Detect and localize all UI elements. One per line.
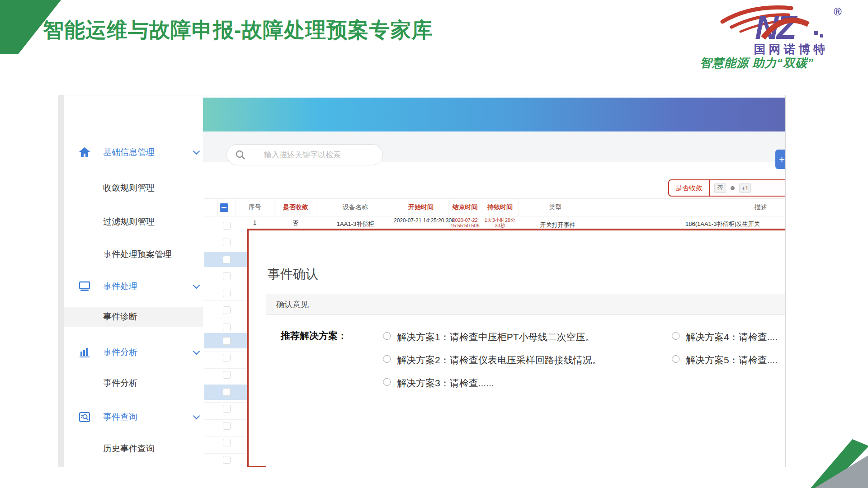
chevron-down-icon [193,148,200,155]
sidebar-item-event-analysis-group[interactable]: 事件分析 [64,343,203,362]
event-confirm-dialog: 事件确认 确认意见 推荐解决方案： 解决方案1：请检查中压柜PT小母线二次空压。… [247,229,786,467]
chevron-down-icon [193,348,200,355]
col-header-type[interactable]: 类型 [518,198,593,216]
row-checkbox[interactable] [223,239,231,246]
sidebar-item-event-handling[interactable]: 事件处理 [64,277,203,296]
col-header-duration[interactable]: 持续时间 [482,198,518,216]
filter-label: 是否收敛 [669,180,710,196]
col-header-start[interactable]: 开始时间 [394,198,448,216]
home-icon [78,146,91,159]
sidebar-item-event-diagnosis[interactable]: 事件诊断 [64,307,203,327]
select-all-checkbox[interactable] [220,203,228,212]
sidebar-item-event-query-group[interactable]: 事件查询 [64,407,203,427]
cell-end-line1: 2020-07-22 [448,217,482,223]
solution-option-3[interactable]: 解决方案3：请检查...... [397,377,494,389]
search-box[interactable] [226,144,383,165]
row-checkbox[interactable] [223,405,231,413]
radio-solution-3[interactable] [383,378,391,386]
cell-end-line2: 15:55:50.506 [448,223,482,228]
column-divider [236,198,236,216]
radio-solution-5[interactable] [672,355,679,363]
radio-solution-2[interactable] [383,355,391,363]
dialog-title: 事件确认 [268,266,318,283]
radio-solution-1[interactable] [383,332,391,340]
search-icon [235,150,246,160]
chevron-down-icon [193,413,200,420]
window-left-strip [58,95,64,467]
sidebar-item-plan-management[interactable]: 事件处理预案管理 [64,244,203,264]
nz-logo-mark: NZ ® [720,3,855,42]
row-checkbox[interactable] [223,456,231,464]
sidebar-item-basic-info[interactable]: 基础信息管理 [64,142,203,162]
row-checkbox[interactable] [223,439,231,446]
row-checkbox[interactable] [223,256,231,263]
cell-desc: 186(1AA1-3补偿柜)发生开关 [685,220,786,228]
col-header-seq[interactable]: 序号 [236,198,274,216]
column-divider [482,198,482,216]
recommend-label: 推荐解决方案： [281,329,347,342]
radio-solution-4[interactable] [672,332,679,340]
sidebar-item-label: 基础信息管理 [103,146,155,158]
filter-more-tag[interactable]: +1 [739,183,751,193]
solution-option-1[interactable]: 解决方案1：请检查中压柜PT小母线二次空压。 [397,331,595,343]
panel-header: 确认意见 [266,294,786,315]
col-header-device[interactable]: 设备名称 [317,198,394,216]
column-divider [274,198,274,216]
row-checkbox[interactable] [223,371,231,379]
sidebar-item-converge-rules[interactable]: 收敛规则管理 [64,178,203,198]
filter-tag-group[interactable]: 是否收敛 否 +1 [668,179,786,197]
cell-duration-line2: 33秒 [482,223,518,228]
bar-chart-icon [78,346,91,359]
solution-option-2[interactable]: 解决方案2：请检查仪表电压采样回路接线情况。 [397,354,602,366]
col-header-desc[interactable]: 描述 [755,198,786,216]
solution-option-5[interactable]: 解决方案5：请检查.... [686,354,778,366]
cell-start: 2020-07-21 14:25:20.306 [394,217,448,224]
company-tagline: 智慧能源 助力“双碳” [700,55,868,71]
sidebar-item-history-query[interactable]: 历史事件查询 [64,439,203,459]
sidebar-item-filter-rules[interactable]: 过滤规则管理 [64,212,203,232]
monitor-icon [78,280,91,293]
column-divider [394,198,394,216]
app-window: 基础信息管理 收敛规则管理 过滤规则管理 事件处理预案管理 事件处理 事件诊断 … [58,95,786,467]
chevron-down-icon [193,282,200,289]
row-checkbox[interactable] [223,388,231,396]
app-header-bar [203,98,786,131]
column-divider [317,198,317,216]
col-header-end[interactable]: 结束时间 [448,198,482,216]
column-divider [448,198,448,216]
cell-type: 开关打开事件 [520,221,595,229]
company-logo: NZ ® [720,3,855,42]
row-checkbox[interactable] [223,272,231,280]
cell-duration-line1: 1天3小时29分 [482,217,518,223]
cell-converge: 否 [274,219,317,227]
presentation-slide: 智能运维与故障申报-故障处理预案专家库 NZ ® 国网诺博特 智慧能源 助力“双… [0,0,868,488]
row-checkbox[interactable] [223,222,231,230]
confirm-opinion-panel: 确认意见 推荐解决方案： 解决方案1：请检查中压柜PT小母线二次空压。 解决方案… [266,294,786,467]
solution-option-4[interactable]: 解决方案4：请检查.... [686,331,778,343]
sidebar-item-event-analysis[interactable]: 事件分析 [64,373,203,393]
registered-mark: ® [834,5,842,18]
filter-dot-icon [731,186,735,190]
page-title: 智能运维与故障申报-故障处理预案专家库 [43,16,433,44]
column-divider [518,198,519,216]
cell-device: 1AA1-3补偿柜 [317,220,394,228]
search-input[interactable] [246,150,382,160]
add-button[interactable]: + [775,150,786,169]
row-checkbox[interactable] [223,337,231,345]
row-checkbox[interactable] [223,290,231,297]
row-checkbox[interactable] [223,306,231,314]
row-checkbox[interactable] [223,354,231,361]
table-checkbox-column [204,216,247,467]
row-checkbox[interactable] [223,324,231,331]
col-header-converge[interactable]: 是否收敛 [274,198,317,216]
row-checkbox[interactable] [223,422,231,430]
document-search-icon [78,411,91,423]
filter-value-tag[interactable]: 否 [714,183,726,193]
